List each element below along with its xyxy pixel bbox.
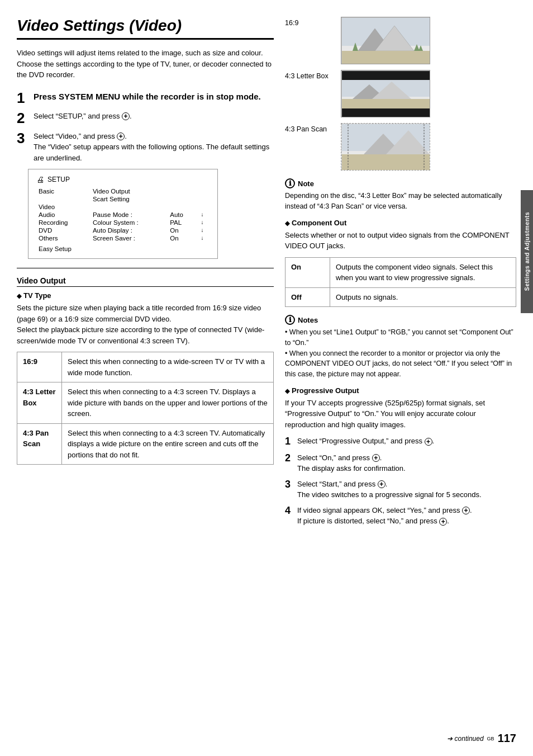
tv-image-section: 16:9 [285,17,516,171]
setup-arr: ↓ [199,219,210,226]
prog-step-3-num: 3 [285,479,294,491]
tv-type-desc: Select this when connecting to a 4:3 scr… [62,423,274,465]
video-output-header: Video Output [17,276,274,287]
component-out-header: Component Out [285,219,516,227]
setup-item: Scart Setting [91,195,210,203]
tv-image-panscan [341,123,430,171]
prog-step-2: 2 Select “On,” and press +.The display a… [285,452,516,474]
tv-image-row-panscan: 4:3 Pan Scan [285,123,516,171]
tv-type-label: 4:3 PanScan [17,423,62,465]
setup-val: On [168,234,198,242]
tv-type-desc: Select this when connecting to a wide-sc… [62,352,274,382]
setup-cat: Recording [36,219,91,226]
list-item: When you connect the recorder to a monit… [285,348,516,380]
printer-icon: 🖨 [36,175,44,184]
footer-gb: GB [487,736,494,741]
setup-box: 🖨 SETUP Basic Video Output Scart Setting… [28,169,218,259]
divider [17,268,274,268]
footer-continued: continued [447,735,483,743]
note-1-title: ℹ Note [285,178,516,188]
tv-type-description: Sets the picture size when playing back … [17,303,274,346]
prog-step-2-num: 2 [285,452,294,465]
svg-rect-9 [342,71,430,80]
setup-cat: Video [36,203,91,211]
setup-table: Basic Video Output Scart Setting Video A… [36,187,210,253]
svg-rect-14 [342,99,430,108]
step-2: 2 Select “SETUP,” and press +. [17,111,274,125]
setup-cat [36,195,91,203]
tv-label-panscan: 4:3 Pan Scan [285,123,335,133]
tv-image-169 [341,17,430,64]
setup-row: Recording Colour System : PAL ↓ [36,219,210,226]
circle-plus-icon-5: + [378,480,386,488]
tv-label-letterbox: 4:3 Letter Box [285,70,335,80]
tv-type-table: 16:9 Select this when connecting to a wi… [17,352,274,465]
prog-step-4-num: 4 [285,505,294,517]
svg-rect-19 [342,154,430,171]
circle-plus-icon-7: + [439,518,447,526]
intro-line-2: Choose the settings according to the typ… [17,59,274,81]
circle-plus-icon-3: + [425,438,432,446]
prog-step-4-text: If video signal appears OK, select “Yes,… [297,505,472,527]
note-1-text: Depending on the disc, “4:3 Letter Box” … [285,191,516,212]
step-3-number: 3 [17,131,29,145]
component-out-table: On Outputs the component video signals. … [285,257,516,308]
tv-image-letterbox [341,70,430,117]
step-1: 1 Press SYSTEM MENU while the recorder i… [17,91,274,105]
setup-item: Colour System : [91,219,168,226]
progressive-output-header: Progressive Output [285,386,516,395]
note-icon-2: ℹ [285,315,295,325]
setup-row: Basic Video Output [36,187,210,195]
prog-step-3: 3 Select “Start,” and press +.The video … [285,479,516,500]
svg-rect-10 [342,108,430,117]
footer: continued GB 117 [17,732,516,745]
setup-cat: DVD [36,226,91,234]
setup-val: PAL [168,219,198,226]
step-1-number: 1 [17,91,29,105]
tv-image-row-letterbox: 4:3 Letter Box [285,70,516,117]
note-box-1: ℹ Note Depending on the disc, “4:3 Lette… [285,178,516,212]
setup-item: Easy Setup [36,245,210,253]
setup-val: On [168,226,198,234]
setup-item: Screen Saver : [91,234,168,242]
setup-arr: ↓ [199,211,210,219]
setup-item [91,203,210,211]
progressive-output-desc: If your TV accepts progressive (525p/625… [285,398,516,431]
intro-line-1: Video settings will adjust items related… [17,48,274,59]
step-1-text: Press SYSTEM MENU while the recorder is … [34,91,261,102]
setup-box-title: 🖨 SETUP [36,175,210,184]
note-icon-1: ℹ [285,178,295,188]
tv-label-169: 16:9 [285,17,335,27]
page: Video Settings (Video) Video settings wi… [0,0,533,756]
note-1-label: Note [298,179,314,188]
tv-type-label: 16:9 [17,352,62,382]
svg-rect-4 [342,51,430,64]
step-2-number: 2 [17,111,29,125]
circle-plus-icon: + [122,112,130,120]
prog-step-1-num: 1 [285,436,294,448]
footer-page: 117 [498,732,516,745]
setup-row-easy: Easy Setup [36,245,210,253]
note-2-label: Notes [298,316,318,324]
note-2-title: ℹ Notes [285,315,516,325]
prog-step-1-text: Select “Progressive Output,” and press +… [297,436,434,447]
tv-type-desc: Select this when connecting to a 4:3 scr… [62,382,274,424]
sidebar-label: Settings and Adjustments [524,212,530,291]
table-row: Off Outputs no signals. [285,287,516,307]
step-2-text: Select “SETUP,” and press +. [34,111,132,122]
component-on-label: On [285,257,330,287]
component-off-desc: Outputs no signals. [330,287,516,307]
prog-step-1: 1 Select “Progressive Output,” and press… [285,436,516,448]
setup-row: Scart Setting [36,195,210,203]
component-out-desc: Selects whether or not to output video s… [285,230,516,252]
setup-cat: Basic [36,187,91,195]
table-row: On Outputs the component video signals. … [285,257,516,287]
setup-val: Auto [168,211,198,219]
tv-image-row-169: 16:9 [285,17,516,64]
setup-arr: ↓ [199,234,210,242]
setup-arr: ↓ [199,226,210,234]
setup-cat: Audio [36,211,91,219]
prog-step-2-text: Select “On,” and press +.The display ask… [297,452,406,474]
page-title: Video Settings (Video) [17,17,274,40]
circle-plus-icon-4: + [372,454,380,462]
